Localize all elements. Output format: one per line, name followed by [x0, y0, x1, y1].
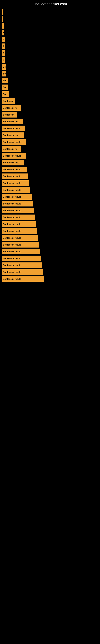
bar-row: Bottleneck result [2, 167, 100, 172]
bar-13: Bott [2, 91, 9, 97]
bar-19: Bottleneck resu [2, 132, 24, 138]
bar-row: Bottleneck result [2, 276, 100, 282]
bar-label-15: Bottleneck re [3, 107, 17, 109]
bar-row [2, 9, 100, 15]
bar-row: Bott [2, 78, 100, 83]
bar-label-36: Bottleneck result [3, 250, 21, 253]
bar-row: Bottleneck result [2, 126, 100, 131]
bar-24: Bottleneck result [2, 167, 27, 172]
bar-label-26: Bottleneck result [3, 182, 21, 184]
bar-row: Bottlenec [2, 98, 100, 104]
bar-label-39: Bottleneck result [3, 271, 21, 273]
bar-row: Bottleneck result [2, 262, 100, 268]
bar-label-4: H [3, 32, 4, 34]
bar-row: Bo [2, 71, 100, 76]
bar-37: Bottleneck result [2, 256, 41, 261]
bar-5: B [2, 37, 5, 42]
bar-2 [2, 16, 3, 22]
bar-row: Bottleneck result [2, 228, 100, 234]
bar-label-31: Bottleneck result [3, 216, 21, 218]
bar-20: Bottleneck result [2, 139, 26, 145]
bar-label-29: Bottleneck result [3, 202, 21, 205]
bar-17: Bottleneck resu [2, 119, 23, 124]
bar-label-16: Bottleneck [3, 114, 14, 116]
bar-36: Bottleneck result [2, 249, 40, 254]
bar-row: Bottleneck result [2, 269, 100, 275]
bar-row: Bottleneck result [2, 180, 100, 186]
bar-35: Bottleneck result [2, 242, 39, 248]
bar-row: Bottleneck resu [2, 132, 100, 138]
site-title: TheBottlenecker.com [0, 0, 100, 7]
bar-25: Bottleneck result [2, 174, 28, 179]
bar-34: Bottleneck result [2, 235, 38, 241]
bar-row: Bottleneck result [2, 249, 100, 254]
bar-1 [2, 9, 3, 15]
bar-row: B [2, 57, 100, 63]
bar-row: Bottleneck re [2, 146, 100, 152]
bar-row: Bottleneck result [2, 174, 100, 179]
bar-21: Bottleneck re [2, 146, 21, 152]
bar-3: F [2, 23, 4, 28]
bar-9: Bo [2, 64, 6, 70]
bar-row: Bottleneck result [2, 153, 100, 158]
bar-label-14: Bottlenec [3, 100, 13, 102]
bar-15: Bottleneck re [2, 105, 21, 111]
bar-label-3: F [3, 24, 4, 27]
bar-label-24: Bottleneck result [3, 168, 21, 171]
bar-row [2, 16, 100, 22]
bar-label-7: E [3, 52, 4, 54]
bar-18: Bottleneck result [2, 126, 25, 131]
bar-row: Bot [2, 84, 100, 90]
bar-row: H [2, 30, 100, 36]
bar-4: H [2, 30, 4, 36]
bar-row: Bottleneck result [2, 208, 100, 213]
bar-label-27: Bottleneck result [3, 189, 21, 191]
bar-label-28: Bottleneck result [3, 196, 21, 198]
bar-label-32: Bottleneck result [3, 223, 21, 226]
bar-27: Bottleneck result [2, 187, 30, 193]
bar-16: Bottleneck [2, 112, 17, 118]
bar-label-34: Bottleneck result [3, 237, 21, 239]
bar-row: Bottleneck result [2, 187, 100, 193]
bar-23: Bottleneck resu [2, 160, 24, 166]
bar-label-18: Bottleneck result [3, 127, 21, 130]
bar-label-30: Bottleneck result [3, 209, 21, 212]
bar-label-13: Bott [3, 93, 7, 96]
bar-14: Bottlenec [2, 98, 15, 104]
bar-8: B [2, 57, 5, 63]
bar-label-6: E [3, 45, 4, 48]
bar-label-20: Bottleneck result [3, 141, 21, 143]
bar-label-11: Bott [3, 79, 7, 82]
bar-row: Bottleneck result [2, 214, 100, 220]
bar-row: Bottleneck [2, 112, 100, 118]
bar-7: E [2, 50, 5, 56]
bar-row: Bottleneck resu [2, 119, 100, 124]
bar-33: Bottleneck result [2, 228, 37, 234]
bar-10: Bo [2, 71, 6, 76]
bar-label-35: Bottleneck result [3, 244, 21, 246]
bar-row: Bott [2, 91, 100, 97]
bar-row: Bottleneck result [2, 235, 100, 241]
bar-row: Bottleneck result [2, 242, 100, 248]
bar-29: Bottleneck result [2, 201, 33, 206]
bar-label-10: Bo [3, 72, 6, 75]
bar-row: Bottleneck result [2, 222, 100, 227]
bar-row: Bo [2, 64, 100, 70]
bar-row: Bottleneck resu [2, 160, 100, 166]
bar-12: Bot [2, 84, 8, 90]
bar-row: F [2, 23, 100, 28]
bar-row: B [2, 37, 100, 42]
bar-30: Bottleneck result [2, 208, 34, 213]
bar-row: Bottleneck result [2, 201, 100, 206]
bar-label-25: Bottleneck result [3, 175, 21, 178]
bar-26: Bottleneck result [2, 180, 29, 186]
bar-label-38: Bottleneck result [3, 264, 21, 266]
bar-label-37: Bottleneck result [3, 257, 21, 260]
bar-row: E [2, 50, 100, 56]
bar-row: Bottleneck result [2, 139, 100, 145]
bar-40: Bottleneck result [2, 276, 44, 282]
bar-label-19: Bottleneck resu [3, 134, 19, 136]
bar-row: Bottleneck result [2, 256, 100, 261]
bar-label-9: Bo [3, 66, 6, 68]
bar-label-22: Bottleneck result [3, 154, 21, 157]
